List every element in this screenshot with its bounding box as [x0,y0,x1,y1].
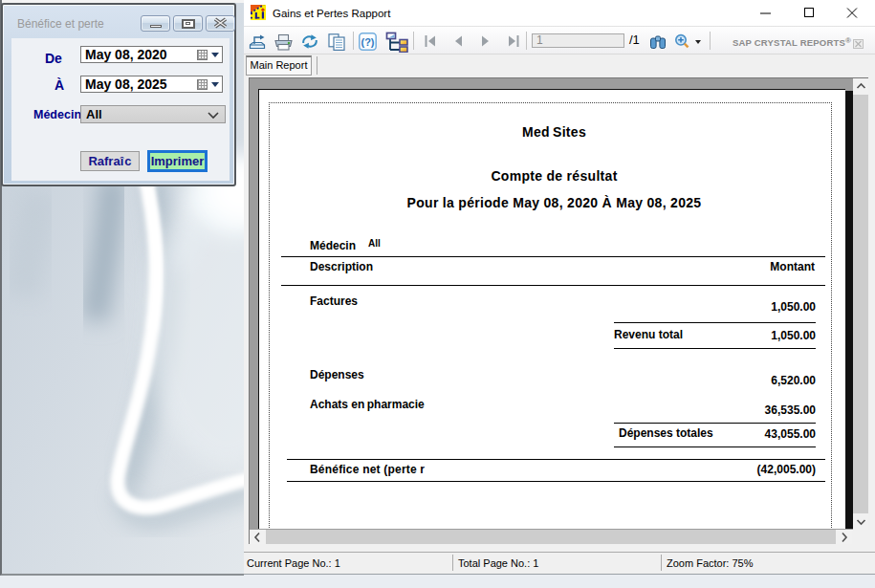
svg-text:(?): (?) [361,36,374,48]
